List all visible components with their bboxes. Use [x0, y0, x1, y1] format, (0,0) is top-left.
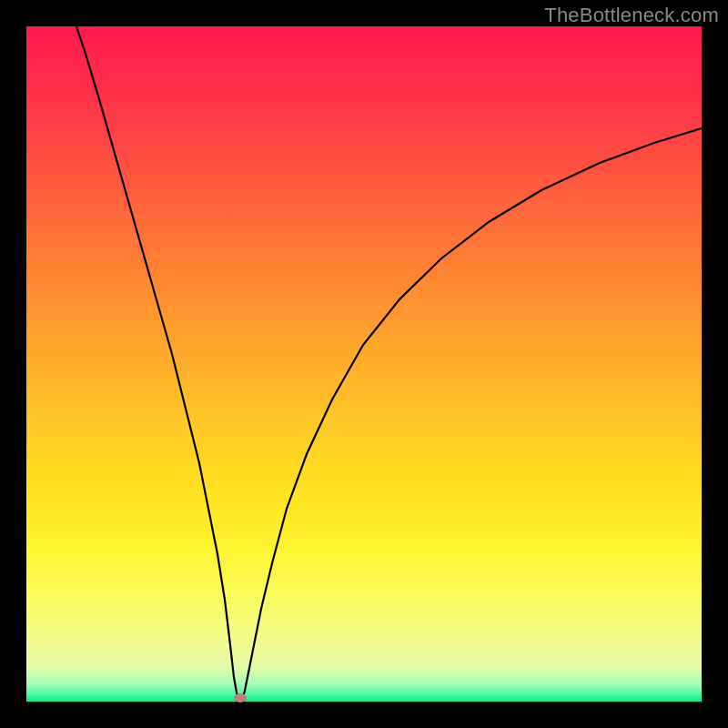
minimum-marker [234, 693, 247, 703]
bottleneck-curve [26, 26, 702, 702]
curve-path [76, 26, 702, 702]
watermark-text: TheBottleneck.com [544, 4, 719, 27]
